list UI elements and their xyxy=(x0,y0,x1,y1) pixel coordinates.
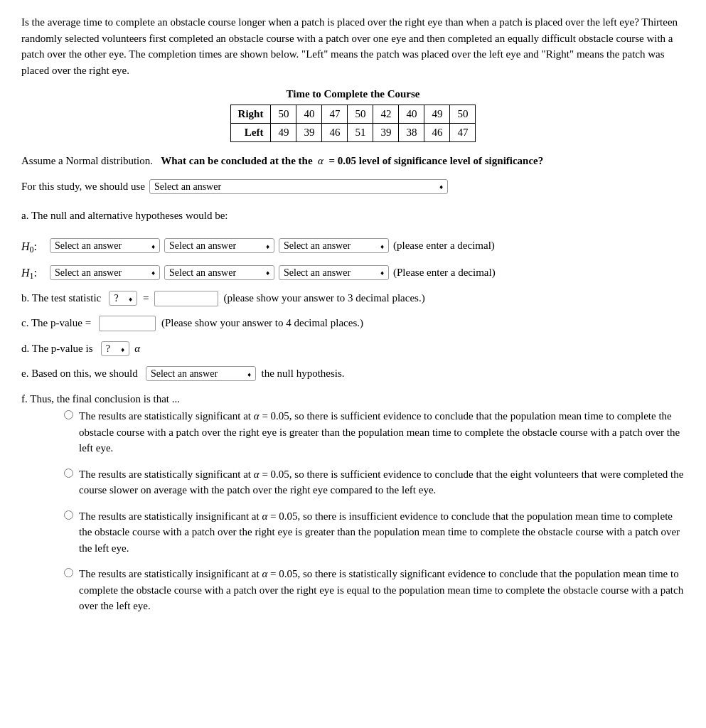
h0-row: H0: Select an answer μd μ1 μ2 Select an … xyxy=(21,237,685,256)
h1-select2[interactable]: Select an answer = ≠ > < ≥ ≤ xyxy=(164,265,274,280)
section-c-label: c. The p-value = xyxy=(21,317,91,328)
test-stat-input[interactable] xyxy=(154,291,218,306)
h0-select1[interactable]: Select an answer μd μ1 μ2 xyxy=(50,238,160,253)
for-study-label: For this study, we should use xyxy=(21,178,145,196)
h0-select2-wrapper: Select an answer = ≠ > < ≥ ≤ xyxy=(164,237,274,255)
section-a-label: a. The null and alternative hypotheses w… xyxy=(21,207,685,225)
p-value-compare-wrapper: ? > < = xyxy=(101,340,129,358)
table-row-left: Left 49 39 46 51 39 38 46 47 xyxy=(230,124,476,142)
section-b-note: (please show your answer to 3 decimal pl… xyxy=(223,292,424,304)
assume-block: Assume a Normal distribution. What can b… xyxy=(21,152,685,171)
p-value-compare-select[interactable]: ? > < = xyxy=(101,341,129,356)
alpha-symbol: α xyxy=(318,155,323,166)
section-c-block: c. The p-value = (Please show your answe… xyxy=(21,314,685,333)
left-val-4: 51 xyxy=(348,124,373,142)
right-val-4: 50 xyxy=(348,105,373,124)
section-b-block: b. The test statistic ? t z F = (please … xyxy=(21,289,685,308)
test-stat-select[interactable]: ? t z F xyxy=(109,291,137,306)
h1-select3-wrapper: Select an answer 0 μd μ1 μ2 xyxy=(279,264,389,282)
radio-option-2[interactable] xyxy=(64,469,73,478)
section-d-label: d. The p-value is xyxy=(21,343,93,354)
left-val-5: 39 xyxy=(373,124,399,142)
left-val-7: 46 xyxy=(424,124,450,142)
null-hyp-select-wrapper: Select an answer reject fail to reject a… xyxy=(146,365,256,383)
right-val-8: 50 xyxy=(450,105,476,124)
section-f-block: f. Thus, the final conclusion is that ..… xyxy=(21,390,685,614)
data-table-section: Time to Complete the Course Right 50 40 … xyxy=(21,88,685,142)
list-item: The results are statistically insignific… xyxy=(64,566,685,614)
left-label: Left xyxy=(230,124,271,142)
h1-select1[interactable]: Select an answer μd μ1 μ2 xyxy=(50,265,160,280)
h1-select1-wrapper: Select an answer μd μ1 μ2 xyxy=(50,264,160,282)
equals-sign: = xyxy=(143,292,149,304)
h1-select2-wrapper: Select an answer = ≠ > < ≥ ≤ xyxy=(164,264,274,282)
conclude-text: What can be concluded at the the xyxy=(161,155,312,166)
section-e-end: the null hypothesis. xyxy=(261,368,344,379)
right-val-5: 42 xyxy=(373,105,399,124)
section-d-block: d. The p-value is ? > < = α xyxy=(21,340,685,358)
left-val-6: 38 xyxy=(399,124,424,142)
radio-options-list: The results are statistically significan… xyxy=(64,408,685,614)
right-val-6: 40 xyxy=(399,105,424,124)
h1-label: H1: xyxy=(21,263,43,282)
for-study-select-wrapper: Select an answer a paired t-test an inde… xyxy=(149,178,448,196)
test-stat-select-wrapper: ? t z F xyxy=(109,289,137,308)
radio-option-2-label: The results are statistically significan… xyxy=(79,466,685,498)
h0-decimal-note: (please enter a decimal) xyxy=(393,237,495,255)
radio-option-4-label: The results are statistically insignific… xyxy=(79,566,685,614)
for-study-select[interactable]: Select an answer a paired t-test an inde… xyxy=(149,179,448,194)
right-val-3: 47 xyxy=(322,105,348,124)
section-c-note: (Please show your answer to 4 decimal pl… xyxy=(161,317,363,328)
left-val-3: 46 xyxy=(322,124,348,142)
for-study-row: For this study, we should use Select an … xyxy=(21,178,685,196)
radio-option-4[interactable] xyxy=(64,568,73,577)
right-val-7: 49 xyxy=(424,105,450,124)
list-item: The results are statistically significan… xyxy=(64,466,685,498)
section-f-label: f. Thus, the final conclusion is that ..… xyxy=(21,390,685,409)
h0-label: H0: xyxy=(21,237,43,256)
radio-option-1[interactable] xyxy=(64,410,73,419)
section-e-label: e. Based on this, we should xyxy=(21,368,138,379)
h1-row: H1: Select an answer μd μ1 μ2 Select an … xyxy=(21,263,685,282)
right-val-2: 40 xyxy=(296,105,322,124)
left-val-1: 49 xyxy=(271,124,296,142)
left-val-2: 39 xyxy=(296,124,322,142)
data-table: Right 50 40 47 50 42 40 49 50 Left 49 39… xyxy=(230,105,476,142)
radio-option-1-label: The results are statistically significan… xyxy=(79,408,685,456)
section-a-block: a. The null and alternative hypotheses w… xyxy=(21,207,685,282)
null-hyp-select[interactable]: Select an answer reject fail to reject a… xyxy=(146,366,256,381)
h0-select3-wrapper: Select an answer 0 μd μ1 μ2 xyxy=(279,237,389,255)
h0-select2[interactable]: Select an answer = ≠ > < ≥ ≤ xyxy=(164,238,274,253)
h1-select3[interactable]: Select an answer 0 μd μ1 μ2 xyxy=(279,265,389,280)
table-title: Time to Complete the Course xyxy=(286,88,419,100)
left-val-8: 47 xyxy=(450,124,476,142)
h0-select3[interactable]: Select an answer 0 μd μ1 μ2 xyxy=(279,238,389,253)
radio-option-3[interactable] xyxy=(64,510,73,520)
h0-select1-wrapper: Select an answer μd μ1 μ2 xyxy=(50,237,160,255)
list-item: The results are statistically significan… xyxy=(64,408,685,456)
section-d-alpha: α xyxy=(134,343,140,354)
intro-paragraph: Is the average time to complete an obsta… xyxy=(21,14,685,78)
table-row-right: Right 50 40 47 50 42 40 49 50 xyxy=(230,105,476,124)
alpha-value-text: = 0.05 level of significance level of si… xyxy=(328,155,543,166)
h1-decimal-note: (Please enter a decimal) xyxy=(393,264,496,282)
list-item: The results are statistically insignific… xyxy=(64,508,685,557)
right-label: Right xyxy=(230,105,271,124)
p-value-input[interactable] xyxy=(99,316,156,331)
radio-option-3-label: The results are statistically insignific… xyxy=(79,508,685,557)
right-val-1: 50 xyxy=(271,105,296,124)
section-b-label: b. The test statistic xyxy=(21,292,101,304)
assume-text: Assume a Normal distribution. xyxy=(21,155,153,166)
section-e-block: e. Based on this, we should Select an an… xyxy=(21,365,685,383)
